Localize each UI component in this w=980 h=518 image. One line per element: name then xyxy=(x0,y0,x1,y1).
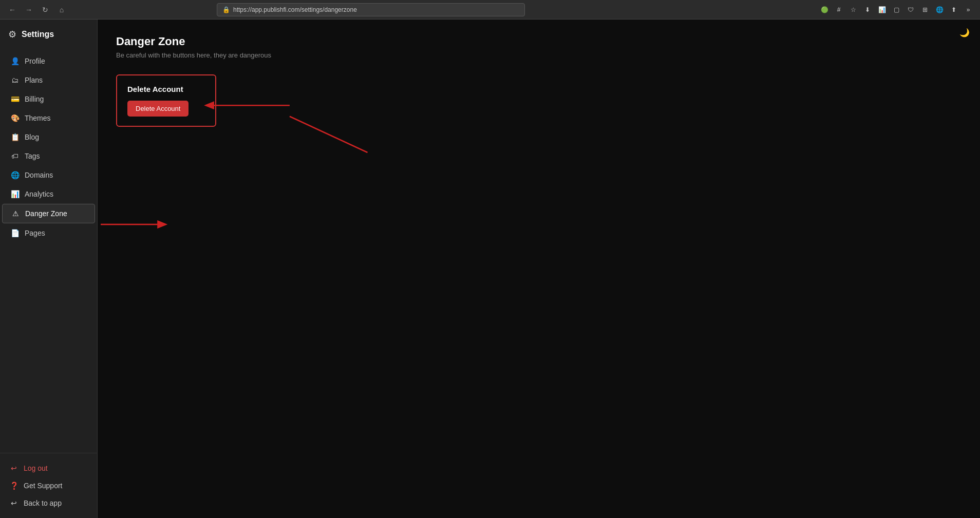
more-icon[interactable]: » xyxy=(963,4,974,15)
sidebar-item-logout[interactable]: ↩ Log out xyxy=(4,459,93,477)
sidebar-item-danger-zone[interactable]: ⚠ Danger Zone xyxy=(2,204,95,223)
annotation-arrows xyxy=(98,20,980,518)
url-text: https://app.publishfi.com/settings/dange… xyxy=(233,6,357,13)
sidebar-item-analytics[interactable]: 📊 Analytics xyxy=(2,185,95,203)
back-to-app-icon: ↩ xyxy=(9,499,18,507)
delete-account-card: Delete Account Delete Account xyxy=(116,74,216,127)
main-content: 🌙 Danger Zone Be careful with the button… xyxy=(98,20,980,518)
browser-chrome: ← → ↻ ⌂ 🔒 https://app.publishfi.com/sett… xyxy=(0,0,980,20)
sidebar-item-domains[interactable]: 🌐 Domains xyxy=(2,166,95,184)
forward-button[interactable]: → xyxy=(23,4,35,16)
shield-icon[interactable]: 🛡 xyxy=(905,4,916,15)
sidebar-item-label: Profile xyxy=(25,57,45,65)
sidebar-item-label: Tags xyxy=(25,152,40,160)
tags-icon: 🏷 xyxy=(10,152,20,160)
apps-icon[interactable]: ⊞ xyxy=(919,4,931,15)
sidebar-title: Settings xyxy=(22,30,54,39)
sidebar-item-profile[interactable]: 👤 Profile xyxy=(2,52,95,70)
blog-icon: 📋 xyxy=(10,133,20,141)
extension-icon-1[interactable]: 🟢 xyxy=(819,4,830,15)
bar-chart-icon[interactable]: 📊 xyxy=(876,4,888,15)
dark-mode-toggle[interactable]: 🌙 xyxy=(959,28,970,37)
support-icon: ❓ xyxy=(9,482,18,490)
sidebar-item-label: Log out xyxy=(24,464,48,472)
sidebar-nav: 👤 Profile 🗂 Plans 💳 Billing 🎨 Themes 📋 B… xyxy=(0,49,97,453)
plans-icon: 🗂 xyxy=(10,76,20,84)
profile-icon: 👤 xyxy=(10,57,20,65)
address-bar[interactable]: 🔒 https://app.publishfi.com/settings/dan… xyxy=(217,3,525,16)
svg-line-1 xyxy=(290,117,368,152)
sidebar-item-label: Danger Zone xyxy=(25,209,67,218)
sidebar: ⚙ Settings 👤 Profile 🗂 Plans 💳 Billing 🎨… xyxy=(0,20,98,518)
logout-icon: ↩ xyxy=(9,464,18,472)
sidebar-item-tags[interactable]: 🏷 Tags xyxy=(2,147,95,165)
sidebar-item-label: Plans xyxy=(25,76,43,84)
delete-account-button[interactable]: Delete Account xyxy=(127,101,189,117)
sidebar-item-label: Get Support xyxy=(24,482,63,490)
sidebar-header: ⚙ Settings xyxy=(0,20,97,49)
sidebar-item-support[interactable]: ❓ Get Support xyxy=(4,477,93,494)
home-button[interactable]: ⌂ xyxy=(55,4,68,16)
app-layout: ⚙ Settings 👤 Profile 🗂 Plans 💳 Billing 🎨… xyxy=(0,20,980,518)
page-subtitle: Be careful with the buttons here, they a… xyxy=(116,51,962,59)
window-icon[interactable]: ▢ xyxy=(891,4,902,15)
domains-icon: 🌐 xyxy=(10,171,20,179)
sidebar-bottom: ↩ Log out ❓ Get Support ↩ Back to app xyxy=(0,453,97,518)
sidebar-item-label: Analytics xyxy=(25,190,53,198)
page-title: Danger Zone xyxy=(116,35,962,48)
back-button[interactable]: ← xyxy=(6,4,18,16)
lock-icon: 🔒 xyxy=(222,6,230,13)
sidebar-item-label: Back to app xyxy=(24,499,62,507)
extension-icon-2[interactable]: # xyxy=(833,4,844,15)
sidebar-item-pages[interactable]: 📄 Pages xyxy=(2,224,95,242)
sidebar-item-label: Pages xyxy=(25,229,45,237)
sidebar-item-label: Billing xyxy=(25,95,44,103)
themes-icon: 🎨 xyxy=(10,114,20,122)
billing-icon: 💳 xyxy=(10,95,20,103)
danger-zone-icon: ⚠ xyxy=(11,209,20,218)
pages-icon: 📄 xyxy=(10,229,20,237)
sidebar-item-label: Themes xyxy=(25,114,51,122)
star-icon[interactable]: ☆ xyxy=(847,4,859,15)
sidebar-item-label: Blog xyxy=(25,133,39,141)
delete-account-card-title: Delete Account xyxy=(127,85,205,93)
browser-right-icons: 🟢 # ☆ ⬇ 📊 ▢ 🛡 ⊞ 🌐 ⬆ » xyxy=(819,4,974,15)
download-icon[interactable]: ⬇ xyxy=(862,4,873,15)
settings-gear-icon: ⚙ xyxy=(8,29,16,40)
globe-icon[interactable]: 🌐 xyxy=(934,4,945,15)
upload-icon[interactable]: ⬆ xyxy=(948,4,959,15)
sidebar-item-billing[interactable]: 💳 Billing xyxy=(2,90,95,108)
sidebar-item-themes[interactable]: 🎨 Themes xyxy=(2,109,95,127)
reload-button[interactable]: ↻ xyxy=(39,4,51,16)
sidebar-item-back-to-app[interactable]: ↩ Back to app xyxy=(4,494,93,512)
sidebar-item-label: Domains xyxy=(25,171,53,179)
analytics-icon: 📊 xyxy=(10,190,20,198)
sidebar-item-plans[interactable]: 🗂 Plans xyxy=(2,71,95,89)
sidebar-item-blog[interactable]: 📋 Blog xyxy=(2,128,95,146)
